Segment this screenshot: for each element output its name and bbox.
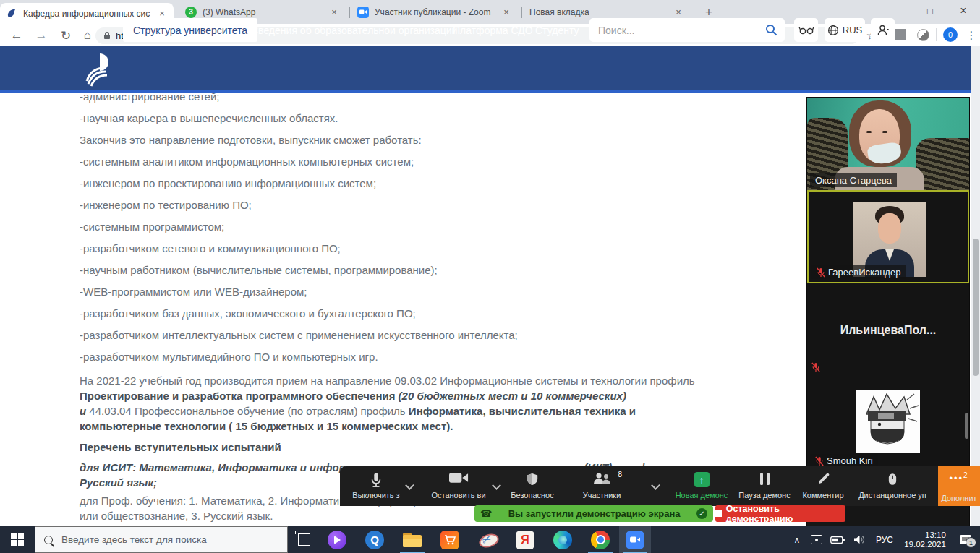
forward-button[interactable]: →	[32, 26, 51, 45]
scrollbar-thumb[interactable]	[973, 239, 979, 376]
more-button[interactable]: •••2 Дополнит	[938, 466, 980, 506]
bspu-favicon	[6, 8, 17, 20]
tab-close-button[interactable]: ×	[673, 7, 684, 18]
edge-button[interactable]	[547, 526, 579, 553]
lock-icon	[104, 35, 110, 39]
home-button[interactable]: ⌂	[78, 26, 97, 45]
clock[interactable]: 13:10 19.02.2021	[899, 531, 951, 549]
content-line: -научная карьера в вышеперечисленных обл…	[80, 107, 803, 129]
alice-app-button[interactable]	[321, 526, 353, 553]
back-button[interactable]: ←	[7, 26, 26, 45]
phone-icon: ☎	[480, 508, 492, 519]
nav-item-info[interactable]: Сведения об образовательной организации	[251, 18, 457, 42]
mouse-icon	[888, 472, 897, 486]
edge-icon	[553, 531, 572, 549]
participant-mute-status	[810, 361, 822, 374]
taskbar-search[interactable]	[35, 526, 288, 553]
nav-item-sdo[interactable]: Платформа СДО	[453, 18, 533, 42]
market-app-button[interactable]	[434, 526, 466, 553]
bspu-logo	[82, 52, 116, 87]
account-button[interactable]	[871, 18, 895, 42]
language-indicator[interactable]: РУС	[870, 535, 899, 545]
tab-title: (3) WhatsApp	[203, 7, 323, 17]
reload-button[interactable]: ↻	[56, 26, 75, 45]
start-button[interactable]	[0, 526, 35, 553]
tray-time: 13:10	[904, 531, 946, 540]
screen-share-banner: ☎ Вы запустили демонстрацию экрана ✓	[474, 505, 713, 522]
site-header	[0, 46, 980, 93]
participants-button[interactable]: 8 Участники	[571, 469, 632, 503]
stop-share-label: Остановить демонстрацию	[726, 504, 845, 524]
tab-separator	[349, 7, 350, 18]
video-options-chevron-icon[interactable]	[492, 481, 501, 490]
content-line: -разработчиком сетевого и коммуникационн…	[80, 237, 803, 259]
participants-options-chevron-icon[interactable]	[651, 481, 660, 490]
search-app-button[interactable]: Q	[359, 526, 391, 553]
action-center-button[interactable]: 1	[951, 535, 980, 544]
participant-name-label: ИльинцеваПол...	[807, 284, 969, 377]
mute-button[interactable]: Выключить з	[346, 469, 406, 503]
page-content: -администрирование сетей; -научная карье…	[80, 85, 803, 367]
nav-item-structure-active[interactable]: Структура университета	[123, 18, 257, 42]
search-icon[interactable]	[765, 24, 777, 36]
mute-options-chevron-icon[interactable]	[405, 481, 414, 490]
stop-video-button[interactable]: Остановить ви	[425, 469, 492, 503]
whatsapp-badge-icon: 3	[185, 7, 197, 18]
page-scrollbar[interactable]	[971, 46, 980, 526]
participant-avatar	[856, 390, 920, 453]
stop-share-button[interactable]: Остановить демонстрацию	[715, 505, 845, 522]
security-label: Безопаснос	[511, 491, 553, 500]
participant-tile[interactable]: Оксана Старцева	[807, 98, 969, 190]
participant-tile[interactable]: Smouh Kiri	[807, 377, 969, 471]
window-maximize-button[interactable]: □	[913, 0, 947, 22]
search-icon	[44, 536, 53, 544]
participant-name-label: Smouh Kiri	[827, 455, 873, 466]
participant-tile[interactable]: ИльинцеваПол...	[807, 284, 969, 377]
nav-item-student[interactable]: Студенту	[535, 18, 579, 42]
person-face	[878, 213, 901, 244]
search-app-icon: Q	[365, 531, 384, 549]
annotate-button[interactable]: Комментир	[796, 469, 851, 503]
volume-icon[interactable]	[848, 535, 870, 544]
language-button[interactable]: RUS	[825, 18, 865, 42]
user-icon	[877, 25, 889, 35]
admission-text-bold-italic: и	[80, 405, 86, 417]
security-button[interactable]: Безопаснос	[505, 469, 560, 503]
glasses-icon	[798, 26, 814, 35]
profile-avatar[interactable]: 0	[943, 27, 958, 42]
zoom-app-button[interactable]	[619, 526, 651, 553]
remote-control-button[interactable]: Дистанционное уп	[852, 469, 933, 503]
battery-icon[interactable]	[827, 536, 848, 544]
zoom-tray-icon[interactable]	[806, 535, 827, 544]
new-share-button[interactable]: ↑ Новая демонс	[671, 469, 732, 503]
globe-icon	[827, 25, 839, 36]
pause-share-button[interactable]: Пауза демонс	[734, 469, 795, 503]
file-explorer-button[interactable]	[396, 526, 428, 553]
participant-tile[interactable]: ГареевИскандер	[807, 190, 969, 283]
more-dots-icon: •••2	[949, 472, 968, 482]
panel-scrollbar-thumb[interactable]	[965, 413, 968, 439]
task-view-button[interactable]	[288, 526, 320, 553]
accessibility-glasses-button[interactable]	[794, 18, 818, 42]
stop-icon	[715, 510, 722, 517]
site-search-input[interactable]	[597, 24, 765, 37]
tab-separator	[694, 7, 694, 18]
taskbar-search-input[interactable]	[60, 533, 278, 546]
new-share-label: Новая демонс	[676, 491, 728, 500]
site-search[interactable]	[589, 18, 785, 42]
browser-menu-icon[interactable]: ⋮	[962, 26, 980, 45]
tab-close-button[interactable]: ×	[328, 7, 340, 18]
participant-name: Оксана Старцева	[810, 173, 897, 187]
tray-expand-chevron-icon[interactable]: ∧	[788, 535, 806, 545]
yandex-browser-button[interactable]: Я	[509, 526, 541, 553]
shield-icon	[526, 472, 539, 486]
content-line: -разработчиком мультимедийного ПО и комп…	[80, 346, 803, 367]
extension-icon[interactable]	[895, 29, 906, 40]
zoom-favicon	[357, 7, 369, 18]
window-close-button[interactable]: ×	[947, 0, 980, 22]
chrome-button[interactable]	[584, 526, 616, 553]
tab-close-button[interactable]: ×	[500, 7, 512, 18]
extension-icon[interactable]	[917, 29, 929, 41]
snipping-tool-button[interactable]: ✂	[472, 526, 503, 553]
divider	[936, 28, 937, 41]
